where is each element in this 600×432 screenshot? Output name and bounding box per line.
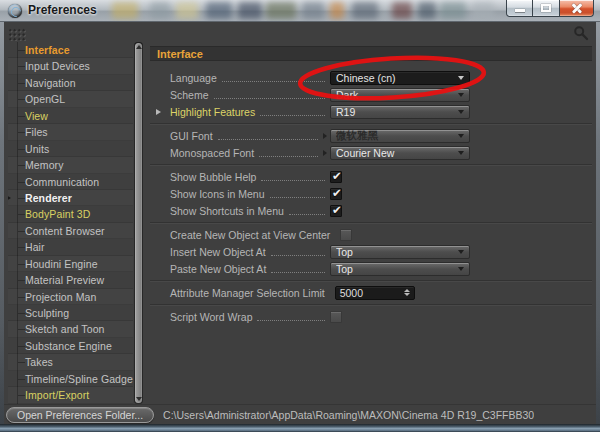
sidebar-item-bodypaint-3d[interactable]: BodyPaint 3D <box>8 206 133 222</box>
expand-arrow-icon[interactable] <box>323 133 327 139</box>
dotted-leader <box>271 264 325 273</box>
sidebar-item-interface[interactable]: Interface <box>8 42 133 58</box>
stepper-icon[interactable] <box>404 289 410 297</box>
monospaced-font-dropdown[interactable]: Courier New <box>330 146 470 160</box>
show-icons-in-menu-checkbox[interactable] <box>330 188 342 200</box>
sidebar-item-label: Takes <box>25 356 53 368</box>
sidebar-item-opengl[interactable]: OpenGL <box>8 91 133 107</box>
group-separator <box>150 304 592 305</box>
setting-label: Highlight Features <box>170 106 255 118</box>
setting-row-scheme: SchemeDark <box>150 86 592 103</box>
create-new-object-at-view-center-checkbox[interactable] <box>340 229 352 241</box>
sidebar-item-sculpting[interactable]: Sculpting <box>8 305 133 321</box>
dotted-leader <box>270 189 325 198</box>
sidebar-item-label: Memory <box>25 159 64 171</box>
window-frame-right <box>596 22 600 424</box>
chevron-down-icon <box>458 250 464 254</box>
search-icon[interactable] <box>573 25 589 41</box>
dotted-leader <box>214 90 325 99</box>
window-controls <box>506 0 594 17</box>
expand-arrow-icon[interactable] <box>156 109 161 115</box>
sidebar-item-content-browser[interactable]: Content Browser <box>8 223 133 239</box>
attribute-manager-selection-limit-spinner[interactable]: 5000 <box>335 286 415 300</box>
expand-arrow-icon[interactable] <box>323 150 327 156</box>
insert-new-object-at-dropdown[interactable]: Top <box>330 245 470 259</box>
dotted-leader <box>259 148 318 157</box>
sidebar-item-label: Material Preview <box>25 274 104 286</box>
sidebar-item-substance-engine[interactable]: Substance Engine <box>8 338 133 354</box>
highlight-features-dropdown[interactable]: R19 <box>330 105 470 119</box>
chevron-down-icon <box>458 93 464 97</box>
chevron-down-icon <box>458 76 464 80</box>
language-dropdown[interactable]: Chinese (cn) <box>330 71 470 85</box>
show-bubble-help-checkbox[interactable] <box>330 171 342 183</box>
control-slot <box>330 171 470 183</box>
sidebar-item-files[interactable]: Files <box>8 124 133 140</box>
sidebar-item-input-devices[interactable]: Input Devices <box>8 58 133 74</box>
setting-label: Paste New Object At <box>170 263 266 275</box>
expand-arrow-icon[interactable] <box>8 195 11 201</box>
sidebar-item-houdini-engine[interactable]: Houdini Engine <box>8 256 133 272</box>
sidebar-item-label: Renderer <box>25 192 72 204</box>
sidebar-item-view[interactable]: View <box>8 108 133 124</box>
sidebar-item-label: Houdini Engine <box>25 258 98 270</box>
dropdown-value: Dark <box>336 89 458 101</box>
triangle-up-icon <box>404 289 410 292</box>
sidebar-item-label: View <box>25 110 48 122</box>
scheme-dropdown[interactable]: Dark <box>330 88 470 102</box>
sidebar-item-sketch-and-toon[interactable]: Sketch and Toon <box>8 321 133 337</box>
setting-label: Create New Object at View Center <box>170 229 330 241</box>
sidebar-item-projection-man[interactable]: Projection Man <box>8 289 133 305</box>
setting-row-insert-new-object-at: Insert New Object AtTop <box>150 243 592 260</box>
control-slot <box>330 188 470 200</box>
sidebar-item-label: BodyPaint 3D <box>25 208 90 220</box>
control-slot: 5000 <box>335 286 475 300</box>
script-word-wrap-checkbox[interactable] <box>330 311 342 323</box>
setting-row-attribute-manager-selection-limit: Attribute Manager Selection Limit5000 <box>150 284 592 301</box>
paste-new-object-at-dropdown[interactable]: Top <box>330 262 470 276</box>
setting-label: Language <box>170 72 217 84</box>
sidebar-item-navigation[interactable]: Navigation <box>8 75 133 91</box>
dropdown-value: R19 <box>336 106 458 118</box>
sidebar-item-label: Import/Export <box>25 389 89 401</box>
sidebar-item-memory[interactable]: Memory <box>8 157 133 173</box>
sidebar-scrollbar[interactable] <box>134 42 143 404</box>
dropdown-value: Top <box>336 263 458 275</box>
sidebar-item-label: OpenGL <box>25 93 65 105</box>
dotted-leader <box>257 312 325 321</box>
control-slot: Dark <box>330 88 470 102</box>
scroll-up-icon[interactable] <box>136 45 142 49</box>
setting-row-language: LanguageChinese (cn) <box>150 69 592 86</box>
gui-font-dropdown[interactable]: 微软雅黑 <box>330 129 470 143</box>
sidebar-item-takes[interactable]: Takes <box>8 354 133 370</box>
scrollbar-thumb[interactable] <box>135 43 142 403</box>
sidebar-item-material-preview[interactable]: Material Preview <box>8 272 133 288</box>
show-shortcuts-in-menu-checkbox[interactable] <box>330 205 342 217</box>
settings-panel: Interface LanguageChinese (cn)SchemeDark… <box>150 42 592 404</box>
dotted-leader <box>260 107 325 116</box>
sidebar-item-communication[interactable]: Communication <box>8 174 133 190</box>
maximize-button[interactable] <box>533 0 560 17</box>
group-separator <box>150 164 592 165</box>
drag-grip-icon[interactable] <box>8 28 26 41</box>
sidebar-item-hair[interactable]: Hair <box>8 239 133 255</box>
setting-label: Scheme <box>170 89 209 101</box>
titlebar-blur-blob <box>150 2 170 19</box>
close-button[interactable] <box>560 0 594 17</box>
minimize-button[interactable] <box>506 0 533 17</box>
sidebar-item-timeline-spline-gadget[interactable]: Timeline/Spline Gadget <box>8 371 133 387</box>
scroll-down-icon[interactable] <box>136 397 142 401</box>
setting-row-show-icons-in-menu: Show Icons in Menu <box>150 185 592 202</box>
sidebar-item-label: Substance Engine <box>25 340 112 352</box>
sidebar-item-renderer[interactable]: Renderer <box>8 190 133 206</box>
sidebar-item-units[interactable]: Units <box>8 141 133 157</box>
sidebar-item-label: Units <box>25 143 49 155</box>
control-slot <box>330 311 470 323</box>
spinner-value: 5000 <box>340 287 404 299</box>
setting-label: GUI Font <box>170 130 213 142</box>
sidebar-item-label: Navigation <box>25 77 76 89</box>
setting-row-monospaced-font: Monospaced FontCourier New <box>150 144 592 161</box>
open-preferences-folder-button[interactable]: Open Preferences Folder... <box>6 407 154 423</box>
dotted-leader <box>271 247 325 256</box>
sidebar-item-import-export[interactable]: Import/Export <box>8 387 133 403</box>
